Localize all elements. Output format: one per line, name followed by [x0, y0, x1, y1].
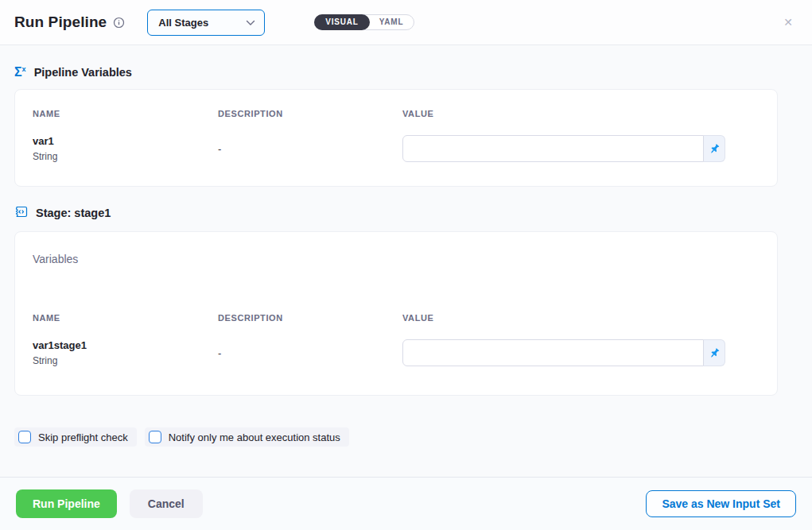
toggle-yaml[interactable]: YAML — [368, 14, 415, 30]
variable-description: - — [218, 143, 402, 155]
execution-options: Skip preflight check Notify only me abou… — [14, 427, 798, 447]
notify-me-checkbox[interactable] — [149, 431, 161, 443]
table-header-row: NAME DESCRIPTION VALUE — [33, 109, 760, 118]
var1stage1-value-input[interactable] — [402, 339, 704, 366]
visual-yaml-toggle: VISUAL YAML — [314, 14, 414, 30]
pipeline-variables-card: NAME DESCRIPTION VALUE var1 String - — [14, 89, 778, 187]
pipeline-variables-heading: Σx Pipeline Variables — [14, 66, 798, 79]
save-as-new-input-set-button[interactable]: Save as New Input Set — [646, 490, 796, 517]
stage-title: Stage: stage1 — [36, 207, 111, 219]
variable-name: var1 — [33, 135, 218, 149]
skip-preflight-option[interactable]: Skip preflight check — [14, 427, 137, 447]
stage-variables-subheading: Variables — [33, 253, 760, 265]
stage-icon — [14, 205, 28, 221]
modal-header: Run Pipeline All Stages VISUAL YAML ✕ — [0, 0, 812, 45]
column-value: VALUE — [402, 313, 760, 323]
skip-preflight-checkbox[interactable] — [18, 431, 31, 443]
toggle-visual[interactable]: VISUAL — [314, 14, 369, 30]
variable-name-cell: var1 String — [33, 135, 218, 162]
info-icon[interactable] — [113, 17, 125, 29]
skip-preflight-label: Skip preflight check — [38, 431, 128, 443]
close-icon[interactable]: ✕ — [780, 14, 796, 31]
var1-value-input[interactable] — [402, 135, 704, 162]
variable-name-cell: var1stage1 String — [33, 339, 218, 366]
variable-value-cell — [402, 135, 725, 162]
run-pipeline-button[interactable]: Run Pipeline — [16, 489, 117, 518]
pin-runtime-input-button[interactable] — [704, 339, 725, 366]
notify-me-option[interactable]: Notify only me about execution status — [145, 427, 349, 447]
page-title: Run Pipeline — [14, 14, 107, 31]
variable-type: String — [33, 355, 218, 366]
variable-name: var1stage1 — [33, 339, 218, 353]
column-name: NAME — [33, 109, 218, 118]
stage-heading: Stage: stage1 — [14, 205, 798, 221]
column-name: NAME — [33, 313, 218, 323]
pipeline-variables-title: Pipeline Variables — [34, 66, 132, 79]
modal-body: Σx Pipeline Variables NAME DESCRIPTION V… — [0, 45, 812, 477]
table-row: var1stage1 String - — [33, 339, 760, 366]
column-description: DESCRIPTION — [218, 313, 402, 323]
run-pipeline-modal: Run Pipeline All Stages VISUAL YAML ✕ — [0, 0, 812, 530]
variable-value-cell — [402, 339, 725, 366]
stage-select-value: All Stages — [158, 17, 208, 29]
column-description: DESCRIPTION — [218, 109, 402, 118]
pipeline-variables-icon: Σx — [14, 66, 26, 79]
notify-me-label: Notify only me about execution status — [169, 431, 340, 443]
column-value: VALUE — [402, 109, 760, 118]
variable-type: String — [33, 151, 218, 162]
pin-runtime-input-button[interactable] — [704, 135, 725, 162]
cancel-button[interactable]: Cancel — [130, 489, 203, 518]
stage-variables-card: Variables NAME DESCRIPTION VALUE var1sta… — [14, 231, 778, 396]
stage-select-dropdown[interactable]: All Stages — [147, 10, 265, 36]
table-header-row: NAME DESCRIPTION VALUE — [33, 313, 760, 323]
variable-description: - — [218, 347, 402, 359]
modal-footer: Run Pipeline Cancel Save as New Input Se… — [0, 477, 812, 530]
table-row: var1 String - — [33, 135, 760, 162]
chevron-down-icon — [246, 17, 255, 29]
